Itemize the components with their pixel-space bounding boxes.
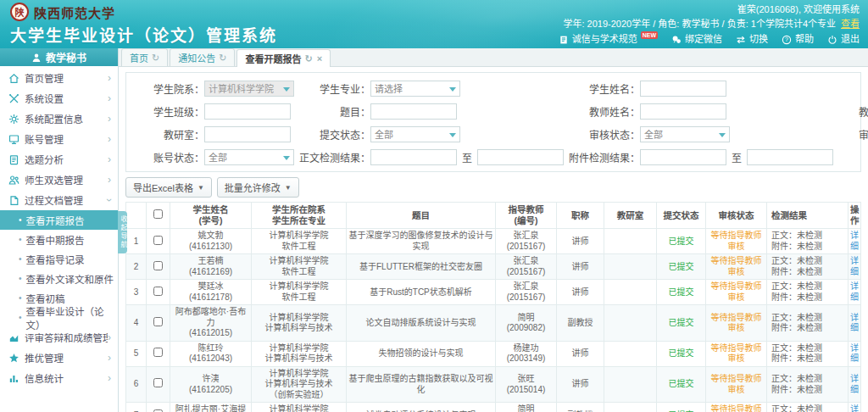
chevron-right-icon: ›: [108, 174, 111, 186]
sidebar-subitem-label: 查看开题报告: [26, 214, 85, 227]
wechat-icon: [671, 35, 682, 45]
row-number: 5: [126, 341, 147, 366]
advisor-cell: 简明(2009082): [496, 305, 557, 342]
range-from-input[interactable]: [370, 149, 457, 165]
row-checkbox[interactable]: [153, 236, 163, 245]
sidebar-subitem[interactable]: •查看外文译文和原件: [0, 269, 118, 288]
header-nav-help[interactable]: ?帮助: [782, 32, 814, 47]
header-nav-label: 帮助: [795, 32, 814, 47]
detail-link[interactable]: 详细: [850, 231, 859, 251]
header-nav-switch[interactable]: 切换: [736, 32, 768, 47]
bullet-icon: •: [19, 274, 22, 283]
bullet-icon: •: [19, 235, 22, 244]
sidebar-item-label: 过程文档管理: [25, 193, 108, 207]
refresh-icon[interactable]: ↻: [219, 53, 226, 64]
detail-link[interactable]: 详细: [850, 374, 859, 394]
sidebar-item-star[interactable]: 推优管理›: [0, 348, 118, 368]
detail-link[interactable]: 详细: [850, 281, 859, 302]
refresh-icon[interactable]: ↻: [304, 53, 312, 64]
detection-result-cell: 正文：未检测附件：未检测: [767, 341, 849, 366]
header-nav-label: 诚信与学术规范: [572, 32, 637, 47]
sidebar-item-chart[interactable]: 评审答辩和成绩管理›: [0, 327, 118, 348]
sidebar-subitem-label: 查看中期报告: [26, 233, 85, 247]
range-from-input[interactable]: [640, 149, 726, 165]
sidebar-subitem[interactable]: •查看毕业设计（论文）: [0, 308, 118, 327]
row-checkbox[interactable]: [153, 378, 163, 387]
sidebar-item-analysis[interactable]: 选题分析›: [0, 149, 118, 170]
row-checkbox[interactable]: [153, 348, 163, 357]
student-name-cell: 陈红玲(41612043): [170, 341, 252, 366]
sidebar-item-stats[interactable]: 信息统计›: [0, 368, 118, 388]
range-to-input[interactable]: [747, 149, 833, 165]
close-icon[interactable]: ×: [317, 53, 322, 64]
filter-label: 审核状态：: [564, 127, 640, 142]
people-icon: [8, 175, 19, 186]
export-excel-button[interactable]: 导出Excel表格▼: [125, 177, 212, 198]
office-cell: [604, 366, 657, 403]
chevron-right-icon: ›: [108, 372, 111, 384]
sidebar-item-document[interactable]: 过程文档管理›: [0, 190, 118, 210]
col-header: 职称: [557, 203, 604, 229]
header-nav-honesty-doc[interactable]: 诚信与学术规范NEW: [559, 32, 658, 47]
row-checkbox[interactable]: [153, 287, 163, 296]
batch-allow-edit-button[interactable]: 批量允许修改▼: [217, 177, 299, 198]
row-checkbox[interactable]: [153, 409, 163, 412]
collapse-nav-tab[interactable]: 收起导航: [118, 211, 127, 253]
advisor-cell: 张旺(2015014): [496, 366, 557, 403]
university-name: 陕西师范大学: [34, 3, 115, 21]
col-header: 学生所在院系学生所在专业: [252, 203, 347, 229]
sidebar-item-gear[interactable]: 系统配置信息›: [0, 109, 118, 129]
detail-link[interactable]: 详细: [850, 404, 859, 412]
filter-label: 教师编号：: [833, 104, 868, 119]
header-nav-power[interactable]: 退出: [827, 32, 860, 47]
filter-input[interactable]: [204, 103, 291, 120]
filter-input[interactable]: [640, 81, 726, 97]
filter-select[interactable]: 全部: [640, 126, 730, 142]
view-link[interactable]: 查看: [841, 19, 860, 29]
chart-icon: [8, 332, 19, 343]
tab-通知公告[interactable]: 通知公告↻: [170, 48, 235, 66]
sidebar-item-home[interactable]: 首页管理›: [0, 68, 118, 88]
thesis-title-cell: 基于深度学习的图像修复技术的设计与实现: [347, 229, 496, 254]
monitor-icon: [8, 134, 19, 145]
advisor-cell: 简明(2009082): [496, 403, 557, 412]
sidebar-item-label: 首页管理: [25, 71, 108, 85]
filter-select[interactable]: 请选择: [370, 81, 460, 97]
review-status: 等待指导教师审核: [711, 343, 762, 364]
caret-down-icon: [449, 87, 456, 92]
tab-查看开题报告[interactable]: 查看开题报告↻×: [236, 49, 331, 67]
detail-link[interactable]: 详细: [850, 343, 859, 364]
submit-status: 已提交: [669, 379, 694, 388]
sidebar-subitem[interactable]: •查看开题报告: [0, 210, 118, 230]
filter-input[interactable]: [640, 103, 726, 120]
sidebar-subitem[interactable]: •查看指导记录: [0, 249, 118, 269]
filter-select[interactable]: 全部: [370, 126, 460, 142]
advisor-cell: 杨建功(2003149): [496, 341, 557, 366]
caret-down-icon: ▼: [285, 184, 292, 192]
chevron-right-icon: ›: [108, 331, 111, 343]
header-nav-wechat[interactable]: 绑定微信: [671, 32, 722, 47]
filter-input[interactable]: [204, 126, 291, 142]
select-all-checkbox[interactable]: [153, 209, 163, 219]
filter-label: 题目：: [294, 104, 370, 119]
sidebar-item-people[interactable]: 师生双选管理›: [0, 170, 118, 190]
detail-link[interactable]: 详细: [850, 313, 859, 333]
sidebar-subitem[interactable]: •查看中期报告: [0, 230, 118, 249]
sidebar-item-wrench[interactable]: 系统设置›: [0, 88, 118, 109]
filter-input[interactable]: [370, 103, 457, 120]
row-checkbox[interactable]: [153, 317, 163, 326]
thesis-title-cell: 基于爬虫原理的古籍指数获取以及可视化: [347, 366, 496, 403]
submit-status: 已提交: [669, 318, 694, 327]
row-checkbox[interactable]: [153, 261, 163, 270]
range-to-input[interactable]: [477, 149, 564, 165]
rank-cell: 讲师: [557, 366, 604, 403]
rank-cell: 讲师: [557, 254, 604, 280]
row-number: 6: [126, 366, 147, 403]
sidebar-item-monitor[interactable]: 账号管理›: [0, 129, 118, 149]
tab-首页[interactable]: 首页↻: [121, 48, 168, 66]
filter-select[interactable]: 全部: [204, 149, 294, 165]
new-badge: NEW: [641, 31, 658, 39]
select-value: 请选择: [375, 81, 403, 95]
detail-link[interactable]: 详细: [850, 256, 859, 276]
refresh-icon[interactable]: ↻: [152, 53, 159, 64]
